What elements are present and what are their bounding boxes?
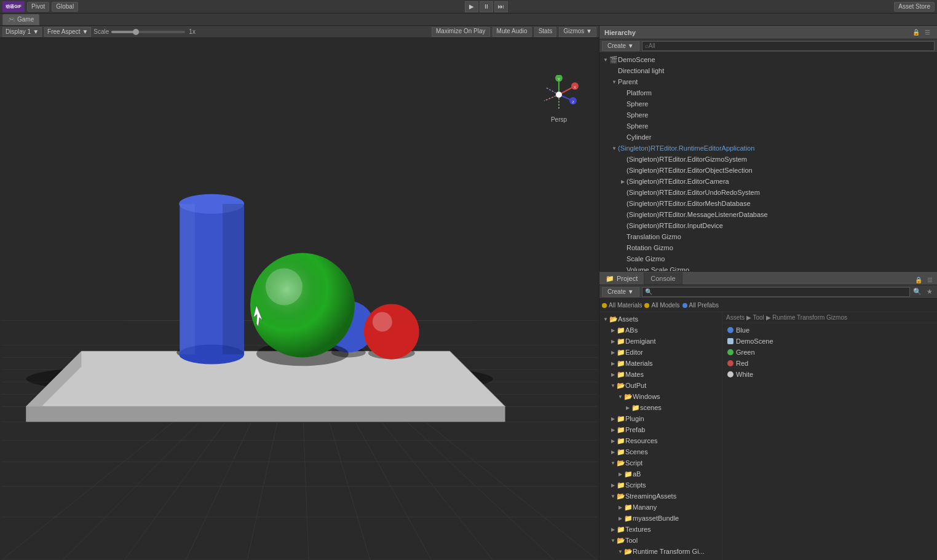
project-search-input[interactable]	[642, 287, 910, 297]
project-tree-item[interactable]: 📁 myassetBundle	[599, 513, 722, 524]
tree-arrow-icon	[611, 78, 618, 85]
hierarchy-item[interactable]: Directional light	[599, 65, 937, 76]
hierarchy-item[interactable]: Rotation Gizmo	[599, 242, 937, 253]
tree-item-label: Materials	[625, 360, 653, 367]
hierarchy-item[interactable]: Sphere	[599, 109, 937, 120]
hierarchy-item[interactable]: Sphere	[599, 120, 937, 132]
scene-canvas[interactable]: Y X Z Persp	[0, 38, 599, 560]
asset-store-button[interactable]: Asset Store	[894, 2, 935, 12]
perspective-gizmo[interactable]: Y X Z Persp	[537, 75, 580, 127]
folder-icon: 📁	[617, 360, 625, 368]
display-dropdown[interactable]: Display 1 ▼	[2, 27, 42, 37]
filter-label: All Materials	[609, 302, 642, 309]
hierarchy-menu-icon[interactable]: ☰	[922, 28, 932, 37]
global-button[interactable]: Global	[52, 2, 78, 12]
project-tree-item[interactable]: 📁 Textures	[599, 524, 722, 535]
console-tab[interactable]: Console	[644, 272, 682, 285]
hierarchy-item[interactable]: Translation Gizmo	[599, 231, 937, 242]
project-tree-item[interactable]: 📁 Materials	[599, 358, 722, 369]
hierarchy-item[interactable]: Sphere	[599, 98, 937, 109]
asset-item[interactable]: Green	[722, 347, 937, 358]
filter-item[interactable]: All Prefabs	[682, 302, 719, 309]
tree-arrow-icon	[619, 255, 627, 262]
asset-item[interactable]: Blue	[722, 325, 937, 336]
display-label: Display 1	[6, 28, 31, 35]
aspect-label: Free Aspect	[47, 28, 80, 35]
hierarchy-create-button[interactable]: Create ▼	[602, 41, 639, 51]
hierarchy-item[interactable]: (Singleton)RTEditor.RuntimeEditorApplica…	[599, 143, 937, 154]
hierarchy-item[interactable]: Scale Gizmo	[599, 253, 937, 264]
asset-item[interactable]: DemoScene	[722, 336, 937, 347]
project-tree-item[interactable]: 📁 Scripts	[599, 479, 722, 491]
tree-item-label: Assets	[618, 315, 638, 323]
pivot-button[interactable]: Pivot	[27, 2, 49, 12]
asset-item[interactable]: Red	[722, 358, 937, 369]
second-bar: 🎮 Game	[0, 14, 937, 26]
project-tree-item[interactable]: 📁 Editor	[599, 347, 722, 358]
hierarchy-item[interactable]: (Singleton)RTEditor.EditorGizmoSystem	[599, 154, 937, 165]
project-create-button[interactable]: Create ▼	[602, 287, 639, 297]
project-tree-item[interactable]: 📁 Mates	[599, 369, 722, 380]
tree-item-label: (Singleton)RTEditor.EditorCamera	[627, 178, 729, 185]
hierarchy-item[interactable]: (Singleton)RTEditor.EditorMeshDatabase	[599, 198, 937, 209]
project-tree-item[interactable]: 📁 Documentation	[599, 557, 722, 560]
project-tree-item[interactable]: 📁 Resources	[599, 435, 722, 446]
project-tree-item[interactable]: 📁 Plugin	[599, 413, 722, 424]
project-tree-item[interactable]: 📁 aB	[599, 468, 722, 479]
hierarchy-lock-icon[interactable]: 🔒	[911, 28, 921, 37]
hierarchy-item[interactable]: (Singleton)RTEditor.EditorObjectSelectio…	[599, 165, 937, 176]
project-tree-item[interactable]: 📁 Demigiant	[599, 336, 722, 347]
project-tree-item[interactable]: 📁 ABs	[599, 325, 722, 336]
project-tree-item[interactable]: 📁 Manany	[599, 502, 722, 513]
asset-item-label: Red	[736, 360, 748, 367]
gizmos-button[interactable]: Gizmos ▼	[559, 27, 596, 37]
hierarchy-item[interactable]: Cylinder	[599, 132, 937, 143]
bottom-tab-row: 📁 Project Console 🔒 ☰	[599, 272, 937, 285]
hierarchy-item[interactable]: (Singleton)RTEditor.EditorUndoRedoSystem	[599, 187, 937, 198]
project-tree-item[interactable]: 📂 Script	[599, 457, 722, 468]
folder-icon: 📁	[624, 503, 633, 511]
tree-arrow-icon	[609, 526, 617, 533]
hierarchy-item[interactable]: Platform	[599, 87, 937, 98]
bottom-panel: 📁 Project Console 🔒 ☰ Create ▼ 🔍 ★	[599, 272, 937, 560]
hierarchy-item[interactable]: Volume Scale Gizmo	[599, 264, 937, 271]
hierarchy-item[interactable]: (Singleton)RTEditor.EditorCamera	[599, 176, 937, 187]
filter-dot-icon	[682, 303, 687, 308]
project-tree-item[interactable]: 📂 Runtime Transform Gi...	[599, 546, 722, 557]
project-lock-icon[interactable]: 🔒	[914, 275, 923, 285]
scale-value: 1x	[189, 28, 196, 35]
project-star-icon[interactable]: ★	[925, 287, 935, 297]
project-tree-item[interactable]: 📁 scenes	[599, 402, 722, 413]
tree-item-label: scenes	[640, 404, 662, 411]
step-button[interactable]: ⏭	[494, 1, 508, 12]
project-tree-item[interactable]: 📂 Assets	[599, 314, 722, 325]
project-tree-item[interactable]: 📂 StreamingAssets	[599, 491, 722, 502]
project-tree-item[interactable]: 📂 Windows	[599, 391, 722, 402]
project-tab-label: Project	[617, 275, 638, 282]
project-tab[interactable]: 📁 Project	[599, 272, 644, 285]
project-menu-icon[interactable]: ☰	[925, 275, 935, 285]
tree-arrow-icon	[609, 492, 617, 500]
project-tree-item[interactable]: 📂 Tool	[599, 535, 722, 546]
project-tree-item[interactable]: 📁 Scenes	[599, 446, 722, 457]
stats-button[interactable]: Stats	[534, 27, 557, 37]
project-search-icon[interactable]: 🔍	[912, 287, 922, 297]
hierarchy-item[interactable]: (Singleton)RTEditor.MessageListenerDatab…	[599, 209, 937, 220]
filter-item[interactable]: All Materials	[602, 302, 642, 309]
game-tab[interactable]: 🎮 Game	[2, 14, 39, 25]
pause-button[interactable]: ⏸	[480, 1, 493, 12]
mute-button[interactable]: Mute Audio	[492, 27, 532, 37]
aspect-dropdown[interactable]: Free Aspect ▼	[44, 27, 91, 37]
project-tree-item[interactable]: 📁 Prefab	[599, 424, 722, 435]
maximize-button[interactable]: Maximize On Play	[432, 27, 490, 37]
hierarchy-item[interactable]: (Singleton)RTEditor.InputDevice	[599, 220, 937, 231]
tree-arrow-icon	[611, 144, 618, 152]
hierarchy-item[interactable]: Parent	[599, 76, 937, 87]
asset-item[interactable]: White	[722, 369, 937, 380]
tree-arrow-icon	[609, 426, 617, 433]
hierarchy-search-input[interactable]	[642, 41, 935, 51]
hierarchy-item[interactable]: 🎬 DemoScene	[599, 54, 937, 65]
project-tree-item[interactable]: 📂 OutPut	[599, 380, 722, 391]
filter-item[interactable]: All Models	[644, 302, 679, 309]
play-button[interactable]: ▶	[465, 1, 478, 12]
